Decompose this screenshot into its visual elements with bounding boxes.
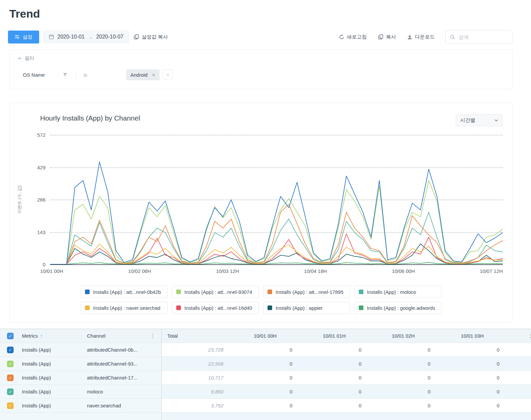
hour-value: 0: [497, 403, 499, 408]
total-cell: 23,728: [162, 343, 231, 357]
x-tick-label: 10/06 00H: [392, 268, 415, 274]
download-label: 다운로드: [415, 34, 435, 40]
hour-value: 0: [497, 389, 499, 394]
hour-value: 0: [359, 403, 361, 408]
metric-cell: Installs (App): [21, 371, 87, 384]
refresh-icon: [339, 35, 344, 40]
filter-row: OS Name is Android ✕ +: [23, 69, 504, 80]
legend-item[interactable]: Installs (App) : naver.searchad: [81, 302, 168, 314]
date-arrow-icon: →: [88, 34, 93, 40]
chart-title: Hourly Installs (App) by Channel: [40, 114, 140, 122]
legend-swatch: [176, 305, 181, 310]
legend-item[interactable]: Installs (App) : moloco: [354, 286, 441, 298]
select-all-checkbox[interactable]: ✓: [7, 333, 14, 339]
hour-column-header[interactable]: 10/01 00H: [231, 329, 300, 343]
copy-button[interactable]: 복사: [377, 32, 397, 42]
channel-name: naver.searchad: [87, 403, 121, 408]
y-tick-label: 572: [37, 132, 45, 138]
copy-settings-button[interactable]: 설정값 복사: [133, 32, 169, 42]
x-axis-baseline: [50, 264, 503, 265]
series-line: [50, 204, 503, 264]
checkbox-cell: [0, 413, 21, 420]
total-value: 3,752: [211, 403, 223, 408]
chevron-down-icon: [494, 119, 498, 122]
hour-value-cell: 0: [300, 343, 369, 357]
filter-operator[interactable]: is: [84, 72, 126, 78]
legend-item[interactable]: Installs (App) : google.adwords: [354, 302, 441, 314]
chip-remove-icon[interactable]: ✕: [152, 72, 156, 78]
trend-plot-area: 이벤트 (수, 값) 5724292861430: [50, 135, 503, 264]
legend-swatch: [85, 305, 90, 310]
legend-label: Installs (App) : att...nnel-16d40: [185, 305, 252, 311]
hour-value: 0: [290, 403, 292, 408]
trend-chart-svg: [50, 135, 503, 264]
refresh-button[interactable]: 새로고침: [339, 32, 367, 42]
legend-item[interactable]: Installs (App) : att...nnel-17895: [263, 286, 350, 298]
hour-column-header[interactable]: 10/01 04H: [507, 329, 531, 343]
legend-item[interactable]: Installs (App) : att...nnel-93074: [172, 286, 259, 298]
legend-item[interactable]: Installs (App) : appier: [263, 302, 350, 314]
filter-section-label: 필터: [25, 55, 35, 61]
total-column-header[interactable]: Total: [162, 329, 231, 343]
hour-value: 0: [290, 389, 292, 394]
add-filter-value-button[interactable]: +: [163, 70, 173, 80]
row-checkbox[interactable]: ✓: [7, 347, 14, 353]
divider: [76, 71, 76, 79]
hour-value-cell: 0: [231, 399, 300, 412]
row-checkbox[interactable]: ✓: [7, 402, 14, 409]
filter-card: 필터 OS Name is Android ✕ +: [9, 49, 512, 89]
x-tick-label: 10/02 06H: [128, 268, 151, 274]
channel-name: attributedChannel-0b...: [87, 347, 138, 353]
settings-button[interactable]: 설정: [8, 31, 39, 43]
filter-field-name[interactable]: OS Name: [23, 72, 63, 78]
table-body: ✓Installs (App)attributedChannel-0b...23…: [0, 343, 531, 413]
row-checkbox[interactable]: ✓: [7, 388, 14, 395]
x-tick-label: 10/07 12H: [480, 268, 503, 274]
table-header-row: ✓ Metrics ↑ Channel ⋮ Total 10/01 00H10/…: [0, 329, 531, 343]
hour-value-cell: 0: [369, 371, 438, 384]
toolbar: 설정 2020-10-01 → 2020-10-07 설정값 복사: [8, 30, 512, 43]
metric-cell: Installs (App): [21, 399, 87, 412]
hour-value: 0: [428, 375, 430, 380]
legend-swatch: [267, 305, 272, 310]
filter-collapse-toggle[interactable]: 필터: [18, 55, 504, 61]
table-row: ✓Installs (App)attributedChannel-17...10…: [0, 371, 531, 385]
hour-value-cell: 0: [369, 343, 438, 357]
metrics-header-label: Metrics: [22, 333, 38, 339]
chevron-up-icon: [18, 57, 22, 60]
interval-dropdown[interactable]: 시간별: [456, 114, 503, 126]
date-range-picker[interactable]: 2020-10-01 → 2020-10-07: [43, 31, 129, 43]
hour-value: 0: [359, 389, 361, 394]
total-cell: 3,752: [162, 399, 231, 412]
search-icon: [450, 35, 455, 40]
channel-cell: attributedChannel-93...: [87, 357, 162, 371]
row-checkbox[interactable]: ✓: [7, 375, 14, 381]
legend-item[interactable]: Installs (App) : att...nnel-16d40: [172, 302, 259, 314]
date-start: 2020-10-01: [57, 34, 85, 40]
filter-value-chip[interactable]: Android ✕: [126, 69, 160, 80]
hour-column-header[interactable]: 10/01 03H: [438, 329, 507, 343]
legend-swatch: [85, 290, 90, 294]
hour-value: 0: [497, 361, 499, 367]
hour-value: 0: [497, 375, 499, 380]
total-cell: 22,508: [162, 357, 231, 371]
hour-column-header[interactable]: 10/01 02H: [369, 329, 438, 343]
hour-column-header[interactable]: 10/01 01H: [300, 329, 369, 343]
hour-value-cell: [507, 343, 531, 357]
settings-button-label: 설정: [23, 34, 33, 40]
download-button[interactable]: 다운로드: [407, 32, 435, 42]
checkbox-cell: ✓: [0, 371, 21, 384]
download-icon: [407, 35, 412, 40]
channel-cell: moloco: [87, 385, 162, 398]
row-checkbox[interactable]: ✓: [7, 361, 14, 367]
search-input[interactable]: [458, 34, 508, 40]
metric-cell: Installs (App): [21, 357, 87, 371]
legend-item[interactable]: Installs (App) : att...nnel-0b42b: [81, 286, 168, 298]
hour-value-cell: 0: [369, 385, 438, 398]
legend-label: Installs (App) : att...nnel-0b42b: [93, 289, 161, 295]
column-menu-kebab-icon[interactable]: ⋮: [150, 333, 155, 339]
hour-value: 0: [359, 347, 361, 353]
channel-column-header[interactable]: Channel ⋮: [87, 329, 162, 343]
metrics-column-header[interactable]: Metrics ↑: [21, 329, 87, 343]
row-remainder: [162, 413, 531, 420]
